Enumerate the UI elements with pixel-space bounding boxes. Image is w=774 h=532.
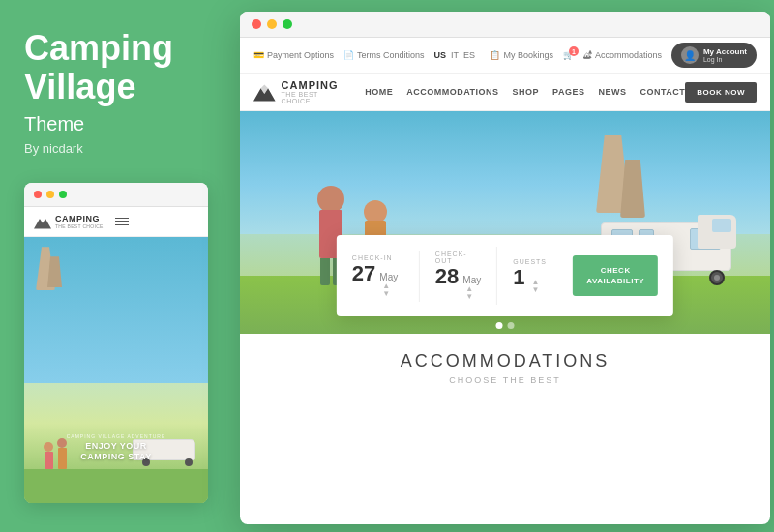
utility-bar: Payment Options Terms Conditions US IT E… [240, 38, 770, 74]
mini-nav: CAMPING THE BEST CHOICE [24, 207, 208, 237]
cart-badge-count: 1 [569, 46, 579, 56]
rv-cab [698, 215, 736, 249]
guests-down[interactable]: ▼ [531, 286, 539, 294]
checkin-value-area: 27 May ▲ ▼ [352, 263, 403, 298]
utility-bar-right: My Bookings 1 Accommodations My Account … [490, 43, 757, 68]
guests-field: GUESTS 1 ▲ ▼ [497, 254, 565, 298]
mini-logo-area: CAMPING THE BEST CHOICE [34, 214, 104, 229]
guests-value-area: 1 ▲ ▼ [513, 267, 550, 294]
payment-icon [253, 50, 264, 60]
rv-cab-window [712, 219, 731, 232]
mini-dot-green [59, 191, 67, 198]
slider-dot-1[interactable] [496, 322, 503, 329]
browser-dot-green [283, 19, 292, 29]
left-subtitle: Theme [24, 113, 208, 135]
slider-dot-2[interactable] [508, 322, 515, 329]
main-browser: Payment Options Terms Conditions US IT E… [240, 12, 770, 524]
account-labels: My Account Log In [703, 47, 747, 63]
accommodations-section: ACCOMMODATIONS CHOOSE THE BEST [240, 334, 770, 395]
my-bookings-link[interactable]: My Bookings [490, 50, 553, 60]
mini-browser-card: CAMPING THE BEST CHOICE [24, 183, 208, 503]
accommodations-link[interactable]: Accommodations [583, 50, 662, 60]
nav-news[interactable]: NEWS [598, 87, 626, 97]
accommodations-subtitle: CHOOSE THE BEST [240, 375, 770, 385]
lang-it[interactable]: IT [451, 50, 459, 60]
mini-dot-yellow [46, 191, 54, 198]
hero-section: CHECK-IN 27 May ▲ ▼ CHECK-OUT [240, 111, 770, 334]
checkout-field: CHECK-OUT 28 May ▲ ▼ [420, 247, 497, 305]
utility-bar-left: Payment Options Terms Conditions US IT E… [253, 50, 475, 60]
guests-arrows: ▲ ▼ [531, 279, 539, 294]
checkin-arrows: ▲ ▼ [382, 282, 398, 298]
payment-options-link[interactable]: Payment Options [253, 50, 334, 60]
checkout-down[interactable]: ▼ [465, 293, 481, 301]
bookings-icon [490, 50, 500, 60]
mini-hamburger-icon[interactable] [115, 216, 129, 228]
main-navigation: CAMPING THE BEST CHOICE HOME ACCOMMODATI… [240, 74, 770, 111]
nav-home[interactable]: HOME [365, 87, 393, 97]
checkin-down[interactable]: ▼ [382, 290, 398, 298]
rv-wheel-front [709, 270, 725, 285]
brand-text: CAMPING THE BEST CHOICE [282, 79, 346, 104]
terms-icon [343, 50, 354, 60]
nav-items: HOME ACCOMMODATIONS SHOP PAGES NEWS CONT… [365, 87, 685, 97]
mini-brand-text: CAMPING THE BEST CHOICE [55, 215, 104, 229]
nav-shop[interactable]: SHOP [513, 87, 540, 97]
book-now-button[interactable]: BOOK NOW [685, 82, 757, 103]
user-icon [684, 50, 696, 61]
slider-dots [496, 322, 515, 329]
mini-overlay-area: CAMPING VILLAGE ADVENTURE ENJOY YOURCAMP… [24, 433, 208, 462]
mini-hero-bg: CAMPING VILLAGE ADVENTURE ENJOY YOURCAMP… [24, 237, 208, 503]
left-panel: CampingVillage Theme By nicdark CAMPING … [0, 0, 232, 532]
nav-accommodations[interactable]: ACCOMMODATIONS [406, 87, 498, 97]
lang-us[interactable]: US [434, 50, 447, 60]
nav-pages[interactable]: PAGES [552, 87, 584, 97]
terms-conditions-link[interactable]: Terms Conditions [343, 50, 425, 60]
lang-selector: US IT ES [434, 50, 476, 60]
mini-browser-bar [24, 183, 208, 207]
account-button[interactable]: My Account Log In [671, 43, 757, 68]
booking-widget: CHECK-IN 27 May ▲ ▼ CHECK-OUT [337, 235, 673, 316]
accommodations-title: ACCOMMODATIONS [240, 351, 770, 371]
checkout-arrows: ▲ ▼ [465, 285, 481, 301]
kid1-head [317, 186, 344, 213]
accommodations-icon [583, 50, 592, 60]
checkout-month-arrows: May ▲ ▼ [462, 274, 481, 301]
mini-logo-icon [34, 214, 51, 229]
left-author: By nicdark [24, 141, 208, 156]
mini-dot-red [34, 191, 42, 198]
lang-es[interactable]: ES [463, 50, 475, 60]
browser-dot-yellow [267, 19, 277, 29]
cart-link[interactable]: 1 [563, 50, 574, 60]
nav-contact[interactable]: CONTACT [640, 87, 685, 97]
checkin-month-arrows: May ▲ ▼ [379, 271, 398, 298]
checkin-field: CHECK-IN 27 May ▲ ▼ [352, 251, 420, 302]
check-availability-button[interactable]: CHECKAVAILABILITY [573, 255, 658, 296]
brand-mountain-icon [253, 82, 276, 102]
browser-dot-red [252, 19, 261, 29]
mini-grass [24, 469, 208, 503]
account-avatar [681, 46, 699, 64]
browser-chrome-bar [240, 12, 770, 38]
checkout-value-area: 28 May ▲ ▼ [435, 266, 481, 301]
mini-hero: CAMPING VILLAGE ADVENTURE ENJOY YOURCAMP… [24, 237, 208, 503]
brand-logo-area: CAMPING THE BEST CHOICE [253, 79, 345, 104]
left-title: CampingVillage [24, 29, 208, 105]
hero-background: CHECK-IN 27 May ▲ ▼ CHECK-OUT [240, 111, 770, 334]
